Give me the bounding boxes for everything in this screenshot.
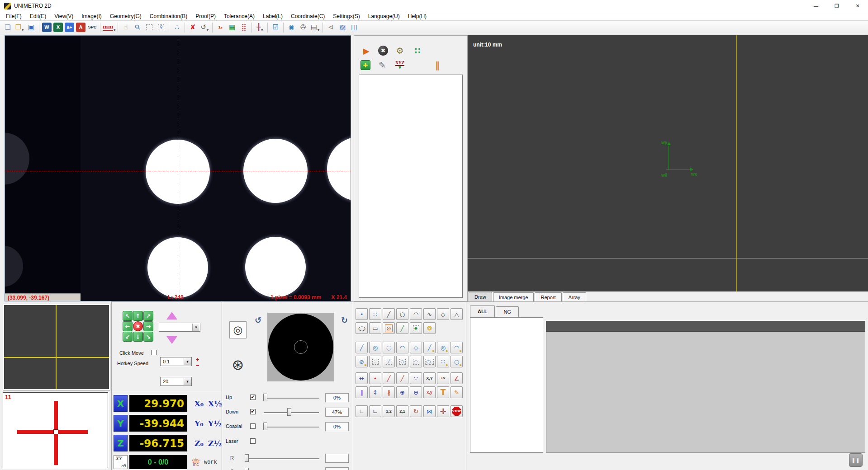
axis-button[interactable]: Y — [114, 415, 128, 432]
axis-half-button[interactable]: Y½ — [208, 419, 221, 428]
axis-half-button[interactable]: X½ — [208, 399, 221, 408]
export-pdf-button[interactable]: A — [76, 23, 85, 32]
camera-view[interactable]: (33.099, -39.167) L: 240 1 pixel = 0.009… — [5, 35, 351, 301]
tool-line[interactable]: ╱ — [383, 308, 395, 320]
rotate-right-icon[interactable]: ↻ — [341, 315, 348, 325]
axis-zero-button[interactable]: Y₀ — [193, 419, 205, 428]
close-button[interactable]: ✕ — [847, 0, 868, 12]
axis-half-button[interactable]: Z½ — [208, 439, 221, 448]
tool-line-circle[interactable]: ⊘ — [383, 322, 395, 334]
coordinate-mode-button[interactable]: XY rθ — [114, 455, 128, 469]
tool-cs-order-21[interactable]: 2,1 — [396, 405, 408, 417]
menu-item[interactable]: Edit(E) — [26, 12, 51, 21]
tool-line-distance[interactable]: ∥ — [356, 386, 368, 398]
ring-light-icon[interactable]: ◎ — [229, 321, 247, 338]
tool-scan-line[interactable]: ╱ — [356, 342, 368, 353]
tool-slot[interactable]: ▭ — [369, 322, 381, 334]
tool-curve[interactable]: ∿ — [423, 308, 436, 320]
tab-array[interactable]: Array — [563, 292, 586, 301]
pause-button[interactable]: ❚❚ — [849, 453, 863, 467]
stop-move-button[interactable]: ✖ — [133, 321, 143, 331]
tool-pick-ellipse[interactable]: ○ — [451, 356, 463, 367]
tool-arc[interactable]: ◠ — [410, 308, 422, 320]
tool-region-point[interactable]: ◆ — [410, 322, 422, 334]
tool-math-ops[interactable]: +× — [437, 372, 449, 384]
zoom-region-button[interactable]: ⚲ — [156, 22, 166, 33]
tool-polygon[interactable]: △ — [451, 308, 463, 320]
undo-button[interactable]: ↺ — [199, 22, 210, 33]
tool-pick-points[interactable]: ∷ — [437, 356, 449, 367]
measure-result-list[interactable] — [359, 75, 463, 298]
save-button[interactable]: ▣ — [26, 22, 37, 33]
grid-button[interactable]: ▦ — [227, 22, 237, 33]
light-ring-preview[interactable] — [267, 313, 334, 381]
select-region-button[interactable] — [144, 22, 155, 33]
speed-decrease-button[interactable]: − — [196, 362, 199, 369]
export-excel-button[interactable]: X — [53, 23, 63, 32]
move-down-left-button[interactable]: ↙ — [123, 332, 133, 342]
zoom-tool-button[interactable]: ⚲ — [132, 22, 143, 33]
work-mode-button[interactable]: work — [204, 459, 217, 465]
menu-item[interactable]: Help(H) — [404, 12, 431, 21]
light-checkbox[interactable] — [250, 438, 256, 444]
measure-settings-button[interactable]: ⚙ — [394, 45, 406, 56]
light-slider[interactable] — [245, 454, 319, 463]
tool-measure-distance[interactable]: ↔ — [356, 372, 368, 384]
menu-item[interactable]: Settings(S) — [329, 12, 364, 21]
tab-report[interactable]: Report — [535, 292, 561, 301]
open-file-button[interactable]: ❒ — [14, 22, 25, 33]
menu-item[interactable]: Combination(B) — [146, 12, 191, 21]
tool-text[interactable]: T — [437, 386, 449, 398]
split-view-button[interactable]: ◫ — [349, 22, 360, 33]
tool-pick-arc[interactable]: ◠ — [451, 342, 463, 353]
auto-pause-button[interactable]: ‖ — [432, 59, 443, 71]
menu-item[interactable]: File(F) — [2, 12, 26, 21]
axis-zero-button[interactable]: X₀ — [193, 399, 205, 408]
tool-scan-circle[interactable]: ◎ — [369, 342, 381, 353]
tool-parallel[interactable]: ∦ — [383, 386, 395, 398]
delete-button[interactable]: ✘ — [187, 22, 198, 33]
axis-zero-button[interactable]: Z₀ — [193, 439, 205, 448]
tool-circle[interactable]: ○ — [396, 308, 408, 320]
dot-grid-button[interactable]: ⣿ — [238, 22, 249, 33]
tool-coordinate-xy[interactable]: X,Y — [423, 372, 436, 384]
export-cad-button[interactable]: a+ — [65, 23, 74, 32]
rotate-left-icon[interactable]: ↺ — [255, 315, 261, 325]
move-down-right-button[interactable]: ↘ — [143, 332, 153, 342]
image-edit-button[interactable]: ▨ — [337, 22, 348, 33]
menu-item[interactable]: Proof(P) — [191, 12, 220, 21]
tool-corner-origin[interactable]: ∟ — [369, 405, 381, 417]
add-check-button[interactable]: ✚ — [360, 60, 370, 70]
light-slider[interactable] — [264, 393, 319, 402]
tool-emergency-stop[interactable]: STOP — [451, 405, 463, 417]
move-up-button[interactable]: ↑ — [133, 311, 143, 321]
click-move-step-select[interactable]: 0.1 — [160, 357, 192, 366]
hotkey-speed-select[interactable]: 20 — [160, 377, 192, 386]
tool-batch-measure[interactable]: ∵ — [410, 372, 422, 384]
export-word-button[interactable]: W — [42, 23, 52, 32]
move-up-right-button[interactable]: ↗ — [143, 311, 153, 321]
tool-circle-line-distance[interactable]: ⊕ — [396, 386, 408, 398]
light-slider[interactable] — [245, 467, 319, 470]
move-down-button[interactable]: ↓ — [133, 332, 143, 342]
move-left-button[interactable]: ← — [123, 321, 133, 331]
tool-point-array[interactable]: ∷ — [369, 308, 381, 320]
unit-mm-inch-button[interactable]: mm — [103, 22, 115, 33]
tab-ng[interactable]: NG — [496, 306, 519, 317]
tool-corner-inactive[interactable]: ∟ — [356, 405, 368, 417]
menu-item[interactable]: Label(L) — [259, 12, 287, 21]
camera-button[interactable]: ◉ — [286, 22, 297, 33]
video-button[interactable]: ✇ — [298, 22, 308, 33]
run-button[interactable]: ▶ — [360, 45, 372, 56]
menu-item[interactable]: View(V) — [50, 12, 77, 21]
axis-button[interactable]: Z — [114, 435, 128, 451]
stage-cross-panel[interactable]: 11 — [3, 392, 108, 468]
lens-button[interactable]: ▤ — [309, 22, 320, 33]
slider-handle[interactable] — [287, 408, 291, 416]
slider-handle[interactable] — [245, 454, 249, 462]
tool-rect[interactable]: ◇ — [437, 308, 449, 320]
light-checkbox[interactable]: ✔ — [250, 395, 256, 400]
tool-measure-line[interactable]: ╱ — [396, 372, 408, 384]
tool-point[interactable]: • — [356, 308, 368, 320]
menu-item[interactable]: Geometry(G) — [106, 12, 146, 21]
